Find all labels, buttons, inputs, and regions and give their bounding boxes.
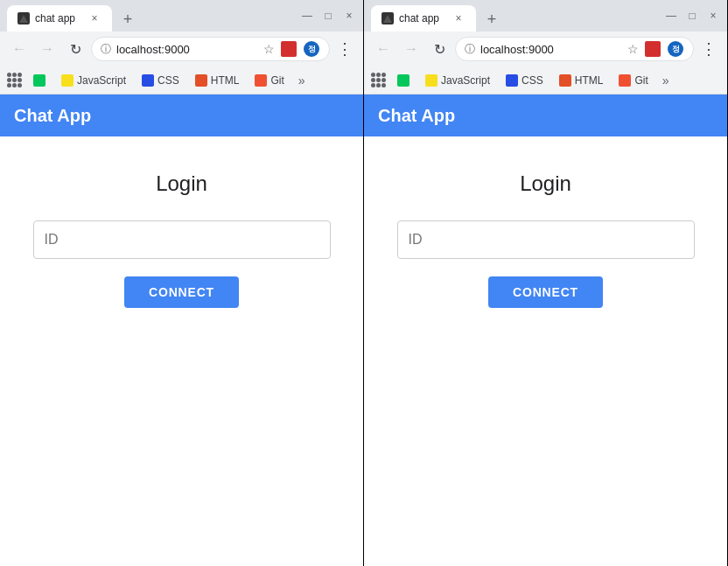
- ext-icon-blue-1: 정: [303, 40, 320, 58]
- bookmark-html-1[interactable]: HTML: [188, 71, 247, 90]
- bookmark-html-label-2: HTML: [575, 74, 604, 87]
- bookmark-more-2[interactable]: »: [657, 70, 675, 91]
- tab-close-button-2[interactable]: ×: [452, 11, 466, 25]
- login-title-1: Login: [156, 171, 207, 196]
- close-button-2[interactable]: ×: [706, 9, 720, 23]
- bookmark-js-2[interactable]: JavaScript: [418, 71, 497, 90]
- bookmark-js-label-2: JavaScript: [441, 74, 490, 87]
- bookmark-naver-2[interactable]: [390, 71, 416, 90]
- id-input-2[interactable]: [397, 220, 695, 259]
- maximize-button-1[interactable]: □: [321, 9, 335, 23]
- apps-icon-1[interactable]: [7, 73, 23, 88]
- new-tab-button-1[interactable]: +: [116, 7, 140, 31]
- tab-area-1: chat app × +: [7, 0, 290, 31]
- bookmarks-bar-1: JavaScript CSS HTML Git »: [0, 66, 363, 94]
- minimize-button-1[interactable]: —: [300, 9, 314, 23]
- id-input-1[interactable]: [33, 220, 331, 259]
- js-icon-2: [425, 74, 438, 87]
- bookmark-html-label-1: HTML: [211, 74, 240, 87]
- tab-area-2: chat app × +: [371, 0, 654, 31]
- app-header-title-2: Chat App: [378, 106, 455, 126]
- back-button-1[interactable]: ←: [7, 37, 32, 61]
- window-controls-2: — □ ×: [664, 9, 720, 23]
- address-bar-1[interactable]: ⓘ localhost:9000 ☆ 정: [91, 37, 330, 61]
- app-content-1: Login CONNECT: [0, 136, 363, 566]
- tab-1[interactable]: chat app ×: [7, 5, 112, 31]
- bookmark-html-2[interactable]: HTML: [552, 71, 611, 90]
- star-icon-1[interactable]: ☆: [263, 42, 275, 56]
- app-header-2: Chat App: [364, 94, 727, 136]
- minimize-button-2[interactable]: —: [664, 9, 678, 23]
- bookmark-git-label-2: Git: [634, 74, 648, 87]
- bookmark-js-label-1: JavaScript: [77, 74, 126, 87]
- bookmark-css-2[interactable]: CSS: [499, 71, 550, 90]
- new-tab-button-2[interactable]: +: [480, 7, 504, 31]
- bookmark-more-1[interactable]: »: [293, 70, 311, 91]
- lock-icon-2: ⓘ: [465, 42, 475, 57]
- tab-close-button-1[interactable]: ×: [88, 11, 102, 25]
- menu-button-1[interactable]: ⋮: [333, 36, 356, 62]
- app-header-1: Chat App: [0, 94, 363, 136]
- app-header-title-1: Chat App: [14, 106, 91, 126]
- forward-button-2[interactable]: →: [399, 37, 424, 61]
- login-title-2: Login: [520, 171, 571, 196]
- address-text-1: localhost:9000: [116, 43, 258, 56]
- address-text-2: localhost:9000: [480, 43, 622, 56]
- git-icon-1: [255, 74, 267, 87]
- bookmark-js-1[interactable]: JavaScript: [54, 71, 133, 90]
- connect-button-1[interactable]: CONNECT: [124, 276, 239, 308]
- bookmarks-bar-2: JavaScript CSS HTML Git »: [364, 66, 727, 94]
- maximize-button-2[interactable]: □: [685, 9, 699, 23]
- bookmark-css-label-1: CSS: [158, 74, 179, 87]
- forward-button-1[interactable]: →: [35, 37, 60, 61]
- ext-icon-red-1: [280, 40, 298, 58]
- css-icon-1: [142, 74, 154, 87]
- bookmark-git-1[interactable]: Git: [248, 71, 290, 90]
- html-icon-1: [195, 74, 207, 87]
- ext-icon-red-2: [644, 40, 662, 58]
- css-icon-2: [506, 74, 518, 87]
- ext-blue-2: 정: [668, 41, 683, 57]
- reload-button-1[interactable]: ↻: [63, 37, 88, 61]
- tab-favicon-1: [18, 12, 30, 24]
- ext-red-1: [281, 41, 297, 57]
- menu-button-2[interactable]: ⋮: [697, 36, 720, 62]
- apps-icon-2[interactable]: [371, 73, 387, 88]
- title-bar-1: chat app × + — □ ×: [0, 0, 363, 31]
- bookmark-css-1[interactable]: CSS: [135, 71, 186, 90]
- nav-bar-2: ← → ↻ ⓘ localhost:9000 ☆ 정 ⋮: [364, 31, 727, 66]
- naver-icon-2: [397, 74, 410, 87]
- app-content-2: Login CONNECT: [364, 136, 727, 566]
- tab-favicon-2: [382, 12, 394, 24]
- lock-icon-1: ⓘ: [101, 42, 111, 57]
- browser-window-1: chat app × + — □ × ← → ↻ ⓘ localhost:900…: [0, 0, 364, 566]
- connect-button-2[interactable]: CONNECT: [488, 276, 603, 308]
- bookmark-naver-1[interactable]: [26, 71, 52, 90]
- bookmark-git-2[interactable]: Git: [612, 71, 654, 90]
- ext-red-2: [645, 41, 661, 57]
- star-icon-2[interactable]: ☆: [627, 42, 639, 56]
- js-icon-1: [61, 74, 74, 87]
- nav-bar-1: ← → ↻ ⓘ localhost:9000 ☆ 정 ⋮: [0, 31, 363, 66]
- html-icon-2: [559, 74, 571, 87]
- bookmark-git-label-1: Git: [270, 74, 284, 87]
- browser-window-2: chat app × + — □ × ← → ↻ ⓘ localhost:900…: [364, 0, 728, 566]
- address-bar-2[interactable]: ⓘ localhost:9000 ☆ 정: [455, 37, 694, 61]
- favicon-triangle-icon-2: [383, 15, 392, 23]
- ext-blue-1: 정: [304, 41, 319, 57]
- ext-icon-blue-2: 정: [667, 40, 684, 58]
- tab-title-2: chat app: [399, 12, 446, 24]
- naver-icon-1: [33, 74, 46, 87]
- reload-button-2[interactable]: ↻: [427, 37, 452, 61]
- tab-title-1: chat app: [35, 12, 82, 24]
- tab-2[interactable]: chat app ×: [371, 5, 476, 31]
- window-controls-1: — □ ×: [300, 9, 356, 23]
- back-button-2[interactable]: ←: [371, 37, 396, 61]
- close-button-1[interactable]: ×: [342, 9, 356, 23]
- favicon-triangle-icon: [19, 15, 28, 23]
- title-bar-2: chat app × + — □ ×: [364, 0, 727, 31]
- bookmark-css-label-2: CSS: [522, 74, 543, 87]
- git-icon-2: [619, 74, 631, 87]
